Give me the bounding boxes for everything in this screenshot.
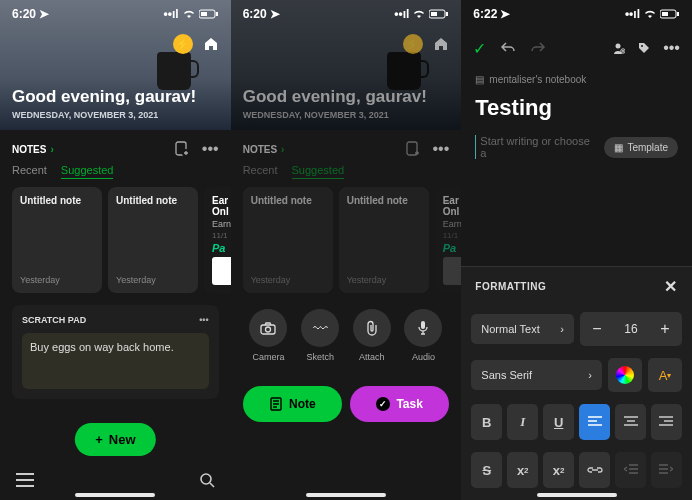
date-label: WEDNESDAY, NOVEMBER 3, 2021 [243, 110, 450, 120]
decrease-size-button[interactable]: − [580, 312, 614, 346]
tab-recent[interactable]: Recent [243, 164, 278, 179]
create-pills: Note ✓Task [231, 376, 462, 432]
note-cards: Untitled noteYesterday Untitled noteYest… [231, 187, 462, 293]
lightning-icon[interactable]: ⚡ [403, 34, 423, 54]
signal-icon: ••ıl [394, 7, 409, 21]
chevron-right-icon: › [560, 323, 564, 335]
indent-left-button[interactable] [615, 452, 646, 488]
svg-rect-12 [421, 321, 425, 329]
bold-button[interactable]: B [471, 404, 502, 440]
home-indicator [75, 493, 155, 497]
plus-icon: + [95, 432, 103, 447]
paperclip-icon [353, 309, 391, 347]
home-icon[interactable] [201, 34, 221, 54]
editor-placeholder: Start writing or choose a [475, 135, 596, 159]
highlight-button[interactable]: A▾ [648, 358, 682, 392]
scratch-input[interactable]: Buy eggs on way back home. [22, 333, 209, 389]
tabs: Recent Suggested [231, 164, 462, 187]
note-add-icon[interactable] [174, 141, 190, 157]
notes-label[interactable]: NOTES› [12, 144, 54, 155]
action-camera[interactable]: Camera [249, 309, 287, 362]
microphone-icon [404, 309, 442, 347]
action-attach[interactable]: Attach [353, 309, 391, 362]
paragraph-style-select[interactable]: Normal Text› [471, 314, 574, 344]
action-audio[interactable]: Audio [404, 309, 442, 362]
color-wheel-icon [616, 366, 634, 384]
underline-button[interactable]: U [543, 404, 574, 440]
greeting: Good evening, gaurav! [243, 87, 450, 107]
note-card[interactable]: Untitled noteYesterday [108, 187, 198, 293]
notebook-icon: ▤ [475, 74, 484, 85]
indent-right-button[interactable] [651, 452, 682, 488]
close-icon[interactable]: ✕ [664, 277, 678, 296]
tag-icon[interactable] [637, 41, 651, 55]
clock: 6:20 [243, 7, 267, 21]
increase-size-button[interactable]: + [648, 312, 682, 346]
lightning-icon[interactable]: ⚡ [173, 34, 193, 54]
wifi-icon [643, 9, 657, 19]
date-label: WEDNESDAY, NOVEMBER 3, 2021 [12, 110, 219, 120]
quick-actions: Camera 〰Sketch Attach Audio [231, 301, 462, 370]
home-icon[interactable] [431, 34, 451, 54]
search-icon[interactable] [199, 472, 215, 488]
notebook-breadcrumb[interactable]: ▤mentaliser's notebook [461, 68, 692, 91]
status-bar: 6:20➤ ••ıl [0, 0, 231, 28]
chevron-right-icon: › [281, 144, 284, 155]
italic-button[interactable]: I [507, 404, 538, 440]
chevron-right-icon: › [50, 144, 53, 155]
note-card[interactable]: Untitled noteYesterday [339, 187, 429, 293]
tab-suggested[interactable]: Suggested [292, 164, 345, 179]
home-indicator [306, 493, 386, 497]
strikethrough-button[interactable]: S [471, 452, 502, 488]
promo-card[interactable]: EarOnlEarn11/1Pa [204, 187, 231, 293]
more-icon[interactable]: ••• [202, 140, 219, 158]
align-right-button[interactable] [651, 404, 682, 440]
redo-icon[interactable] [530, 41, 546, 55]
subscript-button[interactable]: x2 [543, 452, 574, 488]
new-button[interactable]: +New [75, 423, 155, 456]
superscript-button[interactable]: x2 [507, 452, 538, 488]
tabs: Recent Suggested [0, 164, 231, 187]
svg-rect-2 [201, 12, 207, 16]
tab-recent[interactable]: Recent [12, 164, 47, 179]
home-panel: 6:20➤ ••ıl ⚡ Good evening, gaurav! WEDNE… [0, 0, 231, 500]
scratch-label: SCRATCH PAD [22, 315, 86, 325]
svg-point-17 [616, 44, 621, 49]
promo-card[interactable]: EarOnlEarn11/1Pa [435, 187, 462, 293]
new-note-button[interactable]: Note [243, 386, 342, 422]
template-icon: ▦ [614, 142, 623, 153]
text-color-button[interactable] [608, 358, 642, 392]
note-title[interactable]: Testing [461, 91, 692, 125]
notes-header: NOTES› ••• [231, 130, 462, 164]
new-task-button[interactable]: ✓Task [350, 386, 449, 422]
battery-icon [660, 9, 680, 19]
done-button[interactable]: ✓ [473, 39, 486, 58]
more-icon[interactable]: ••• [433, 140, 450, 158]
note-card[interactable]: Untitled noteYesterday [243, 187, 333, 293]
note-cards: Untitled noteYesterday Untitled noteYest… [0, 187, 231, 293]
font-size-stepper: − 16 + [580, 312, 682, 346]
editor-body[interactable]: Start writing or choose a ▦Template [461, 125, 692, 169]
link-button[interactable] [579, 452, 610, 488]
note-card[interactable]: Untitled noteYesterday [12, 187, 102, 293]
editor-header: ✓ ••• [461, 28, 692, 68]
check-icon: ✓ [376, 397, 390, 411]
action-sketch[interactable]: 〰Sketch [301, 309, 339, 362]
cup-illustration [157, 52, 191, 90]
template-button[interactable]: ▦Template [604, 137, 678, 158]
align-left-button[interactable] [579, 404, 610, 440]
tab-suggested[interactable]: Suggested [61, 164, 114, 179]
clock: 6:22 [473, 7, 497, 21]
more-icon[interactable]: ••• [199, 315, 208, 325]
menu-icon[interactable] [16, 473, 34, 487]
svg-point-5 [201, 474, 211, 484]
share-icon[interactable] [611, 41, 625, 55]
note-add-icon[interactable] [405, 141, 421, 157]
undo-icon[interactable] [500, 41, 516, 55]
location-icon: ➤ [270, 7, 280, 21]
greeting: Good evening, gaurav! [12, 87, 219, 107]
more-icon[interactable]: ••• [663, 39, 680, 57]
notes-label[interactable]: NOTES› [243, 144, 285, 155]
font-family-select[interactable]: Sans Serif› [471, 360, 602, 390]
align-center-button[interactable] [615, 404, 646, 440]
